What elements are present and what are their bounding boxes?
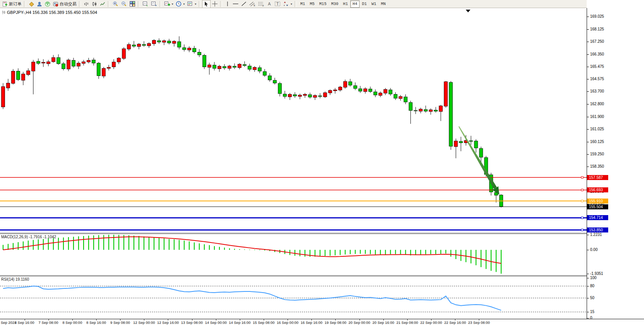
- candle-bear: [17, 71, 20, 80]
- candle-bear: [469, 141, 473, 141]
- candle-bear: [92, 60, 95, 63]
- timeframe-w1[interactable]: W1: [369, 0, 379, 8]
- fibonacci-button[interactable]: F: [257, 0, 266, 8]
- axis-tick-mark: [587, 250, 589, 250]
- macd-tick-label: 0.00: [590, 248, 597, 252]
- axis-tick-mark: [587, 54, 589, 55]
- tile-windows-button[interactable]: [128, 0, 137, 8]
- candle-bear: [479, 148, 483, 157]
- axis-tick-mark: [587, 142, 589, 142]
- new-order-button[interactable]: 新订单: [1, 0, 23, 8]
- timeframe-d1[interactable]: D1: [360, 0, 369, 8]
- zoom-out-button[interactable]: [120, 0, 128, 8]
- text-button[interactable]: A: [266, 0, 273, 8]
- equidistant-channel-icon: E: [249, 1, 256, 7]
- line-handle[interactable]: [581, 200, 583, 202]
- time-axis[interactable]: Sep 20226 Sep 16:007 Sep 08:008 Sep 00:0…: [0, 319, 644, 325]
- candle-bull: [27, 71, 30, 74]
- macd-histogram-bar: [28, 241, 28, 250]
- indicators-button[interactable]: ▾: [163, 0, 174, 8]
- time-axis-tick: [25, 319, 25, 320]
- timeframe-m1[interactable]: M1: [298, 0, 308, 8]
- candle-bear: [72, 60, 75, 66]
- axis-tick-mark: [587, 129, 589, 130]
- equidistant-channel-button[interactable]: E: [248, 0, 257, 8]
- trend-arrow-shaft[interactable]: [458, 126, 497, 189]
- svg-text:T: T: [276, 2, 279, 6]
- candle-bear: [142, 44, 146, 45]
- macd-histogram-bar: [194, 242, 195, 250]
- line-handle[interactable]: [581, 229, 583, 231]
- autotrading-button[interactable]: 自动交易: [52, 0, 78, 8]
- chart-profile-button[interactable]: [141, 0, 150, 8]
- market-watch-button[interactable]: [27, 0, 35, 8]
- price-tick-label: 167.250: [590, 39, 604, 44]
- macd-histogram-bar: [405, 250, 406, 255]
- macd-histogram-bar: [501, 250, 502, 274]
- signals-button[interactable]: [43, 0, 52, 8]
- svg-text:F: F: [263, 5, 264, 7]
- timeframe-group: M1M5M15M30H1H4D1W1MN: [298, 0, 388, 8]
- linechart-mode-button[interactable]: [99, 0, 107, 8]
- candlestick-chart-icon: [92, 1, 97, 7]
- macd-histogram-bar: [229, 248, 230, 250]
- candle-bull: [42, 62, 45, 63]
- timeframe-h1[interactable]: H1: [341, 0, 350, 8]
- timeframe-m15[interactable]: M15: [317, 0, 329, 8]
- macd-histogram-bar: [350, 250, 351, 254]
- price-tick-label: 164.575: [590, 77, 604, 81]
- time-axis-label: 14 Sep 16:00: [229, 320, 251, 325]
- candle-bear: [243, 64, 246, 66]
- candle-bear: [157, 40, 161, 42]
- chart-profile-icon: [142, 1, 149, 7]
- time-axis-tick: [96, 319, 97, 320]
- line-handle[interactable]: [581, 177, 583, 178]
- axis-tick-mark: [587, 67, 589, 67]
- vertical-line-button[interactable]: [224, 0, 231, 8]
- candle-bull: [303, 94, 307, 96]
- barchart-mode-button[interactable]: [82, 0, 90, 8]
- macd-histogram-bar: [491, 250, 492, 271]
- timeframe-m30[interactable]: M30: [329, 0, 341, 8]
- price-axis[interactable]: 169.025168.125167.250166.350165.475164.5…: [587, 0, 644, 325]
- rsi-pane[interactable]: [0, 276, 587, 319]
- cursor-button[interactable]: [202, 0, 211, 8]
- price-tick-label: 158.350: [590, 164, 604, 169]
- candle-bull: [77, 63, 80, 66]
- contacts-button[interactable]: [35, 0, 43, 8]
- candle-bear: [197, 52, 201, 55]
- macd-histogram-bar: [325, 250, 325, 256]
- crosshair-button[interactable]: [211, 0, 219, 8]
- macd-histogram-bar: [319, 250, 320, 256]
- macd-histogram-bar: [360, 250, 361, 254]
- candle-bear: [394, 94, 397, 98]
- shapes-button[interactable]: ▾: [282, 0, 293, 8]
- macd-pane[interactable]: [0, 234, 587, 275]
- level-price-label: 157.587: [587, 175, 608, 180]
- periods-button[interactable]: ▾: [174, 0, 186, 8]
- timeframe-mn[interactable]: MN: [379, 0, 388, 8]
- level-price-label: 153.850: [587, 227, 608, 232]
- candlestick-mode-button[interactable]: [90, 0, 99, 8]
- candle-bear: [192, 48, 196, 52]
- line-handle[interactable]: [581, 189, 583, 191]
- price-pane[interactable]: [0, 8, 587, 233]
- timeframe-h4[interactable]: H4: [350, 0, 360, 8]
- macd-histogram-bar: [224, 248, 225, 250]
- axis-tick-mark: [587, 312, 589, 312]
- chart-shift-button[interactable]: [150, 0, 158, 8]
- axis-tick-mark: [587, 318, 589, 318]
- horizontal-line-button[interactable]: [231, 0, 240, 8]
- templates-button[interactable]: ▾: [186, 0, 197, 8]
- trendline-button[interactable]: [240, 0, 248, 8]
- line-handle[interactable]: [581, 217, 583, 219]
- time-axis-tick: [72, 319, 73, 320]
- zoom-in-icon: [112, 1, 119, 7]
- candle-bull: [187, 48, 191, 50]
- timeframe-m5[interactable]: M5: [308, 0, 317, 8]
- axis-tick-mark: [587, 154, 589, 155]
- macd-histogram-bar: [58, 238, 59, 250]
- zoom-in-button[interactable]: [111, 0, 120, 8]
- time-axis-tick: [192, 319, 192, 320]
- text-label-button[interactable]: T: [273, 0, 282, 8]
